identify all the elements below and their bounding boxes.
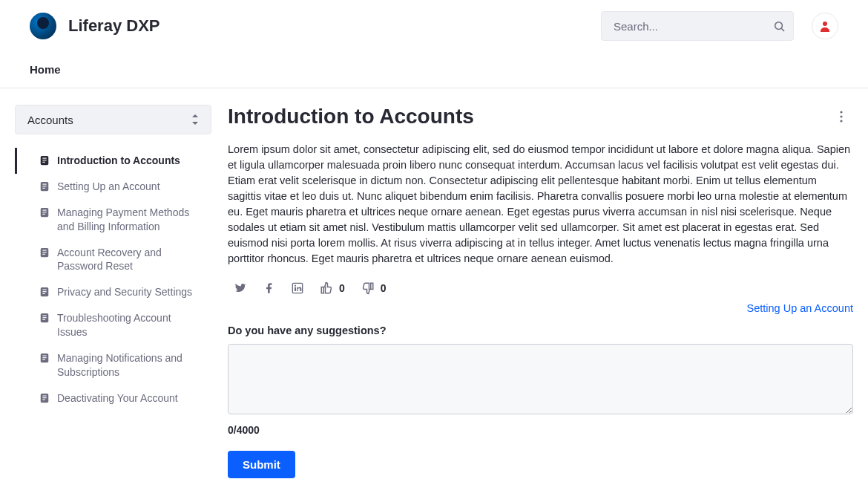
sidebar-item[interactable]: Troubleshooting Account Issues (15, 305, 211, 345)
brand-logo-icon (30, 13, 56, 39)
sidebar-item-label: Managing Notifications and Subscriptions (57, 351, 201, 379)
sidebar-item[interactable]: Managing Payment Methods and Billing Inf… (15, 200, 211, 240)
svg-rect-28 (42, 356, 46, 356)
svg-rect-9 (42, 186, 46, 186)
svg-point-36 (840, 115, 842, 117)
svg-rect-22 (42, 293, 45, 294)
svg-rect-17 (42, 252, 46, 252)
suggestion-prompt: Do you have any suggestions? (228, 325, 853, 336)
document-icon (39, 313, 50, 323)
svg-rect-12 (42, 209, 46, 210)
svg-rect-4 (42, 158, 46, 159)
primary-nav: Home (0, 41, 868, 88)
svg-rect-20 (42, 290, 46, 290)
svg-line-1 (781, 28, 784, 31)
suggestion-textarea[interactable] (228, 344, 853, 414)
svg-rect-6 (42, 162, 45, 163)
char-counter: 0/4000 (228, 424, 853, 436)
svg-point-0 (775, 22, 782, 29)
document-icon (39, 207, 50, 218)
svg-rect-14 (42, 214, 45, 215)
svg-rect-29 (42, 357, 46, 358)
svg-rect-16 (42, 250, 46, 250)
svg-point-35 (840, 111, 842, 113)
document-icon (39, 181, 50, 192)
article-actions-button[interactable] (829, 105, 853, 128)
svg-rect-34 (42, 400, 45, 400)
sidebar-item-label: Introduction to Accounts (57, 154, 180, 168)
share-facebook[interactable] (263, 282, 275, 294)
svg-point-37 (840, 120, 842, 122)
svg-rect-32 (42, 395, 46, 396)
sidebar-item-label: Privacy and Security Settings (57, 285, 192, 299)
header-right (601, 11, 838, 41)
article-header: Introduction to Accounts (228, 105, 853, 128)
document-icon (39, 393, 50, 403)
sidebar-item[interactable]: Deactivating Your Account (15, 385, 211, 411)
sidebar-item[interactable]: Setting Up an Account (15, 174, 211, 200)
document-icon (39, 155, 50, 166)
sidebar: Accounts Introduction to AccountsSetting… (15, 105, 211, 411)
sidebar-list: Introduction to AccountsSetting Up an Ac… (15, 148, 211, 411)
svg-point-2 (823, 22, 827, 26)
svg-rect-25 (42, 317, 46, 318)
linkedin-icon (292, 282, 303, 294)
sidebar-item[interactable]: Account Recovery and Password Reset (15, 240, 211, 280)
sidebar-item-label: Managing Payment Methods and Billing Inf… (57, 206, 201, 234)
next-article-link[interactable]: Setting Up an Account (747, 302, 854, 314)
sidebar-item[interactable]: Privacy and Security Settings (15, 279, 211, 305)
search-input[interactable] (601, 11, 794, 41)
article-body: Lorem ipsum dolor sit amet, consectetur … (228, 142, 853, 267)
dislike-button[interactable]: 0 (361, 281, 387, 295)
social-row: 0 0 (228, 277, 853, 299)
like-count: 0 (339, 282, 345, 294)
facebook-icon (263, 282, 275, 294)
search-box (601, 11, 794, 41)
sidebar-item-label: Setting Up an Account (57, 180, 160, 194)
nav-home[interactable]: Home (30, 63, 61, 76)
dislike-count: 0 (381, 282, 387, 294)
svg-rect-18 (42, 253, 45, 254)
user-avatar-button[interactable] (812, 13, 838, 39)
document-icon (39, 353, 50, 363)
next-article-row: Setting Up an Account (228, 302, 853, 314)
svg-rect-10 (42, 188, 45, 189)
header-bar: Liferay DXP (0, 0, 868, 41)
page-content: Accounts Introduction to AccountsSetting… (0, 88, 868, 479)
svg-rect-39 (295, 287, 296, 291)
document-icon (39, 247, 50, 258)
svg-point-40 (295, 285, 296, 287)
search-button[interactable] (767, 14, 791, 38)
twitter-icon (234, 281, 247, 295)
svg-rect-8 (42, 183, 46, 184)
sidebar-item-label: Troubleshooting Account Issues (57, 311, 201, 339)
category-select-label: Accounts (27, 114, 73, 126)
svg-rect-21 (42, 291, 46, 292)
site-title: Liferay DXP (68, 16, 160, 36)
like-button[interactable]: 0 (320, 281, 345, 295)
svg-rect-26 (42, 319, 45, 320)
search-icon (774, 21, 785, 32)
svg-rect-5 (42, 160, 46, 160)
kebab-icon (840, 111, 843, 123)
category-select[interactable]: Accounts (15, 105, 211, 134)
thumbs-down-icon (361, 281, 375, 295)
sidebar-item[interactable]: Managing Notifications and Subscriptions (15, 345, 211, 385)
caret-updown-icon (191, 114, 199, 125)
svg-rect-13 (42, 212, 46, 212)
svg-rect-24 (42, 316, 46, 316)
sidebar-item-label: Deactivating Your Account (57, 391, 178, 405)
share-linkedin[interactable] (292, 282, 303, 294)
share-twitter[interactable] (234, 281, 247, 295)
submit-button[interactable]: Submit (228, 451, 295, 478)
svg-rect-30 (42, 359, 45, 360)
document-icon (39, 287, 50, 297)
sidebar-item[interactable]: Introduction to Accounts (15, 148, 211, 174)
svg-rect-33 (42, 397, 46, 398)
main-content: Introduction to Accounts Lorem ipsum dol… (228, 105, 853, 478)
brand[interactable]: Liferay DXP (30, 13, 160, 39)
article-title: Introduction to Accounts (228, 105, 474, 128)
sidebar-item-label: Account Recovery and Password Reset (57, 246, 201, 274)
thumbs-up-icon (320, 281, 333, 295)
user-icon (819, 20, 831, 32)
